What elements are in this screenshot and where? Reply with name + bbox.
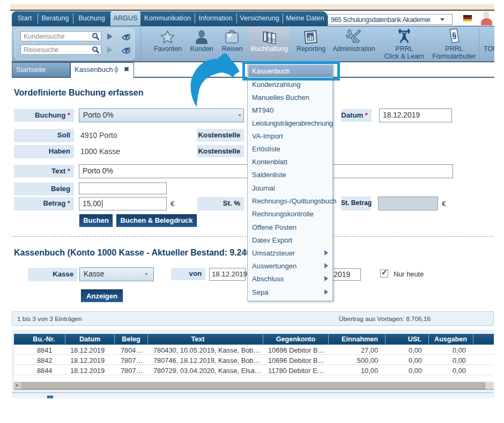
svg-text:§: § <box>451 31 457 40</box>
